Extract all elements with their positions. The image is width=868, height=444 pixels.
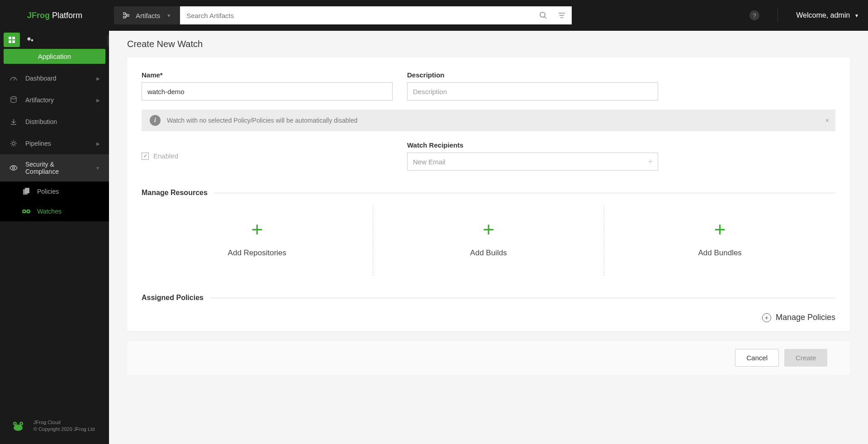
description-input[interactable] bbox=[407, 82, 658, 100]
artifactory-icon bbox=[9, 95, 18, 105]
svg-point-8 bbox=[28, 38, 31, 41]
resources-section-header: Manage Resources bbox=[142, 189, 835, 197]
user-menu[interactable]: Welcome, admin ▼ bbox=[796, 11, 859, 19]
sidebar-item-security[interactable]: Security & Compliance ▼ bbox=[0, 154, 109, 181]
welcome-text: Welcome, admin bbox=[796, 11, 850, 19]
form-footer: Cancel Create bbox=[127, 340, 850, 375]
svg-point-23 bbox=[21, 423, 22, 425]
svg-point-19 bbox=[14, 425, 23, 431]
svg-rect-4 bbox=[9, 37, 11, 39]
enabled-label: Enabled bbox=[153, 152, 178, 160]
logo-rest: Platform bbox=[50, 11, 82, 20]
svg-point-11 bbox=[12, 142, 15, 145]
footer-line1: JFrog Cloud bbox=[33, 419, 95, 426]
sub-nav-watches[interactable]: Watches bbox=[0, 201, 109, 221]
chevron-right-icon: ▶ bbox=[96, 141, 100, 146]
sidebar-item-pipelines[interactable]: Pipelines ▶ bbox=[0, 133, 109, 154]
svg-rect-7 bbox=[12, 40, 15, 43]
add-recipient-icon[interactable]: + bbox=[648, 157, 653, 167]
svg-rect-14 bbox=[25, 188, 29, 193]
nav: Dashboard ▶ Artifactory ▶ Distribution bbox=[0, 67, 109, 221]
admin-tab-icon[interactable] bbox=[23, 33, 39, 47]
svg-rect-6 bbox=[9, 40, 11, 43]
sidebar-item-artifactory[interactable]: Artifactory ▶ bbox=[0, 89, 109, 111]
search-group: Artifacts ▼ bbox=[114, 6, 572, 24]
chevron-right-icon: ▶ bbox=[96, 76, 100, 81]
name-input[interactable] bbox=[142, 82, 393, 100]
manage-policies-label: Manage Policies bbox=[776, 313, 835, 322]
policies-section-header: Assigned Policies bbox=[142, 294, 835, 302]
search-icon[interactable] bbox=[539, 11, 547, 19]
sidebar-item-label: Distribution bbox=[25, 118, 57, 125]
resource-label: Add Bundles bbox=[698, 248, 741, 258]
frog-logo-icon bbox=[9, 417, 27, 435]
info-icon: i bbox=[150, 115, 161, 126]
resources-row: + Add Repositories + Add Builds + Add Bu… bbox=[142, 206, 835, 276]
top-header: JFrog Platform Artifacts ▼ ? Welcome, ad… bbox=[0, 0, 868, 31]
divider bbox=[210, 298, 835, 298]
sidebar-item-distribution[interactable]: Distribution bbox=[0, 111, 109, 133]
add-builds-button[interactable]: + Add Builds bbox=[373, 206, 604, 276]
sidebar-item-label: Pipelines bbox=[25, 140, 51, 147]
manage-policies-button[interactable]: + Manage Policies bbox=[142, 313, 835, 322]
description-label: Description bbox=[407, 71, 658, 79]
download-icon bbox=[9, 117, 18, 126]
svg-rect-0 bbox=[123, 13, 125, 14]
sub-nav-label: Watches bbox=[37, 208, 62, 215]
svg-point-17 bbox=[24, 210, 25, 212]
main-content: Create New Watch Name* Description i Wat… bbox=[109, 31, 868, 444]
gear-icon bbox=[9, 139, 18, 148]
logo-bold: JFrog bbox=[27, 11, 50, 20]
application-tab-icon[interactable] bbox=[4, 33, 20, 47]
close-icon[interactable]: × bbox=[825, 117, 829, 124]
svg-rect-5 bbox=[12, 37, 15, 39]
svg-point-12 bbox=[13, 167, 15, 169]
search-icon-group bbox=[533, 6, 572, 24]
search-input[interactable] bbox=[180, 6, 533, 24]
enabled-checkbox[interactable]: ✓ bbox=[142, 153, 149, 160]
footer-text: JFrog Cloud © Copyright 2020 JFrog Ltd bbox=[33, 419, 95, 433]
header-right: ? Welcome, admin ▼ bbox=[749, 9, 859, 22]
policies-icon bbox=[22, 188, 31, 195]
svg-rect-2 bbox=[127, 14, 129, 16]
sidebar-item-label: Security & Compliance bbox=[25, 161, 88, 175]
divider bbox=[214, 193, 835, 193]
product-logo: JFrog Platform bbox=[27, 11, 82, 20]
tree-icon bbox=[123, 12, 129, 19]
sub-nav-label: Policies bbox=[37, 188, 59, 195]
sub-nav-policies[interactable]: Policies bbox=[0, 181, 109, 201]
plus-icon: + bbox=[251, 220, 263, 239]
chevron-down-icon: ▼ bbox=[166, 13, 171, 18]
svg-rect-1 bbox=[123, 16, 125, 18]
info-text: Watch with no selected Policy/Policies w… bbox=[167, 117, 357, 124]
resource-label: Add Repositories bbox=[228, 248, 286, 258]
svg-point-9 bbox=[31, 39, 33, 42]
recipients-label: Watch Recipients bbox=[407, 141, 658, 149]
gauge-icon bbox=[9, 74, 18, 83]
watches-icon bbox=[22, 208, 31, 215]
add-bundles-button[interactable]: + Add Bundles bbox=[604, 206, 835, 276]
resource-label: Add Builds bbox=[470, 248, 507, 258]
policies-header-text: Assigned Policies bbox=[142, 294, 204, 302]
create-button[interactable]: Create bbox=[784, 349, 827, 367]
sidebar-item-label: Dashboard bbox=[25, 75, 57, 82]
add-repositories-button[interactable]: + Add Repositories bbox=[142, 206, 373, 276]
application-label: Application bbox=[4, 49, 105, 64]
sidebar-item-dashboard[interactable]: Dashboard ▶ bbox=[0, 67, 109, 89]
plus-icon: + bbox=[483, 220, 494, 239]
search-context-dropdown[interactable]: Artifacts ▼ bbox=[114, 6, 180, 24]
sidebar-tabs bbox=[0, 31, 109, 49]
cancel-button[interactable]: Cancel bbox=[735, 349, 779, 367]
divider bbox=[778, 9, 778, 22]
circle-plus-icon: + bbox=[762, 313, 771, 322]
recipients-input[interactable] bbox=[407, 153, 658, 171]
search-context-label: Artifacts bbox=[136, 12, 160, 19]
info-banner: i Watch with no selected Policy/Policies… bbox=[142, 110, 835, 131]
svg-point-3 bbox=[540, 12, 545, 17]
help-icon[interactable]: ? bbox=[749, 10, 759, 20]
filter-icon[interactable] bbox=[558, 12, 565, 19]
chevron-right-icon: ▶ bbox=[96, 98, 100, 103]
svg-point-22 bbox=[14, 423, 16, 425]
resources-header-text: Manage Resources bbox=[142, 189, 208, 197]
sidebar-item-label: Artifactory bbox=[25, 96, 54, 104]
